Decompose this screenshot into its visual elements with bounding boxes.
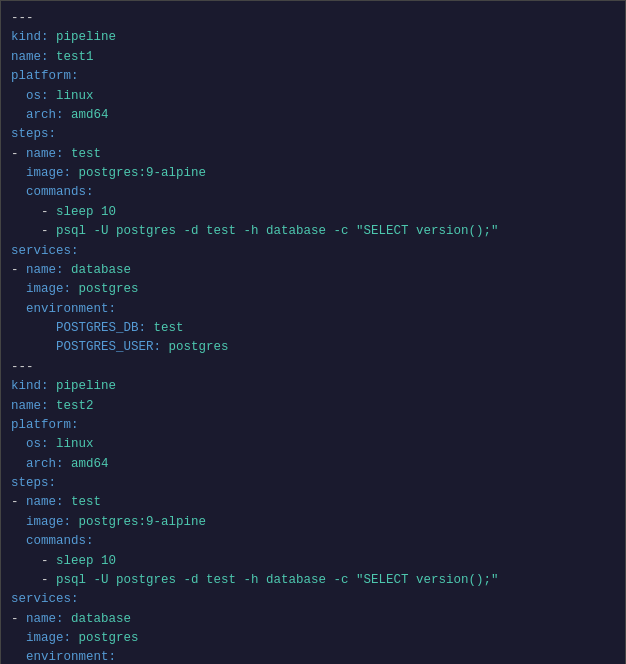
code-content: --- kind: pipeline name: test1 platform:… [11,9,615,664]
editor-container: --- kind: pipeline name: test1 platform:… [0,0,626,664]
